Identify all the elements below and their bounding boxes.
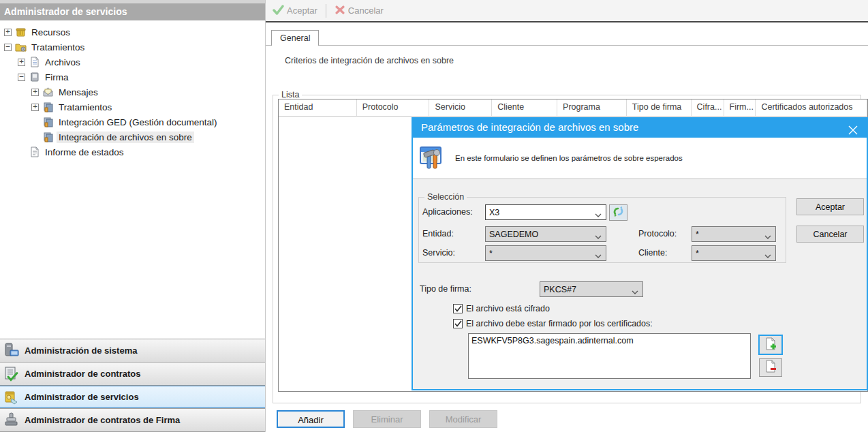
cliente-label: Cliente:: [638, 248, 667, 258]
add-document-icon: [764, 337, 777, 353]
contracts-icon: [2, 365, 20, 383]
aplicaciones-label: Aplicaciones:: [422, 207, 473, 217]
envelope-parameters-dialog: Parámetros de integración de archivos en…: [412, 117, 868, 390]
signature-contracts-icon: [2, 411, 20, 429]
accept-toolbar-label: Aceptar: [287, 5, 317, 16]
cancel-x-icon: [335, 5, 345, 17]
tipo-firma-label: Tipo de firma:: [420, 284, 471, 294]
add-certificate-button[interactable]: [758, 335, 783, 355]
cifrado-checkbox-label: El archivo está cifrado: [466, 304, 550, 313]
tree-item-label: Firma: [43, 72, 71, 83]
remove-document-icon: [764, 360, 777, 375]
column-header[interactable]: Programa: [557, 99, 627, 116]
protocolo-combobox[interactable]: *: [692, 226, 776, 242]
delete-button[interactable]: Eliminar: [353, 410, 421, 428]
table-header-row: EntidadProtocoloServicioClienteProgramaT…: [279, 99, 867, 117]
tree-item-label: Integración GED (Gestión documental): [57, 117, 219, 128]
cliente-combobox[interactable]: *: [692, 245, 776, 261]
nav-item[interactable]: Administrador de contratos: [0, 362, 265, 386]
file-icon: [29, 57, 40, 67]
tree-item-label: Integración de archivos en sobre: [57, 132, 194, 143]
modify-button[interactable]: Modificar: [429, 410, 497, 428]
servicio-label: Servicio:: [422, 248, 455, 258]
column-header[interactable]: Servicio: [429, 99, 492, 116]
expander-spacer: [31, 134, 39, 141]
certificate-item[interactable]: ESWKFV5P8G3.sagespain.adinternal.com: [471, 336, 747, 345]
add-button[interactable]: Añadir: [277, 410, 345, 428]
docs-icon: [42, 132, 54, 142]
remove-certificate-button[interactable]: [759, 358, 782, 377]
protocolo-label: Protocolo:: [638, 229, 677, 238]
chevron-down-icon: [764, 251, 771, 261]
servicio-combobox[interactable]: *: [485, 245, 606, 261]
nav-item-label: Administrador de contratos: [25, 369, 140, 379]
app-window: Administrador de servicios +Recursos−Tra…: [0, 0, 868, 432]
collapse-minus-icon[interactable]: −: [4, 44, 12, 51]
nav-item[interactable]: Administración de sistema: [0, 339, 265, 362]
tree-item[interactable]: Informe de estados: [0, 144, 265, 159]
tree-item[interactable]: Integración GED (Gestión documental): [0, 114, 265, 129]
nav-item-label: Administración de sistema: [25, 345, 137, 356]
chevron-down-icon: [595, 211, 602, 220]
envelope-icon: [42, 87, 54, 97]
expand-plus-icon[interactable]: +: [31, 89, 39, 96]
chevron-down-icon: [632, 288, 638, 297]
docs-icon: [42, 102, 54, 112]
service-tree: +Recursos−Tratamientos+Archivos−Firma+Me…: [0, 25, 265, 159]
column-header[interactable]: Protocolo: [357, 99, 430, 116]
tree-item-label: Archivos: [43, 57, 82, 68]
cifrado-checkbox[interactable]: [453, 304, 463, 313]
tree-item-label: Informe de estados: [43, 146, 126, 158]
aplicaciones-combobox[interactable]: X3: [485, 204, 606, 220]
bin-icon: [15, 27, 27, 37]
nav-item[interactable]: Administrador de contratos de Firma: [0, 409, 265, 432]
toolbar-separator: [326, 4, 326, 18]
chevron-down-icon: [595, 232, 602, 242]
chevron-down-icon: [595, 251, 602, 261]
column-header[interactable]: Cifra...: [692, 99, 724, 116]
expand-plus-icon[interactable]: +: [18, 59, 25, 66]
tree-item[interactable]: +Archivos: [0, 55, 265, 70]
module-nav: Administración de sistemaAdministrador d…: [0, 339, 265, 432]
dialog-accept-button[interactable]: Aceptar: [796, 198, 864, 215]
tab-general[interactable]: General: [271, 30, 319, 46]
entidad-combobox[interactable]: SAGEDEMO: [485, 226, 606, 242]
book-icon: [29, 72, 40, 82]
certificates-listbox[interactable]: ESWKFV5P8G3.sagespain.adinternal.com: [468, 333, 751, 379]
column-header[interactable]: Certificados autorizados: [756, 99, 867, 116]
firmado-checkbox-label: El archivo debe estar firmado por los ce…: [466, 319, 653, 328]
cancel-toolbar-button[interactable]: Cancelar: [328, 0, 390, 21]
tree-item-label: Mensajes: [57, 87, 100, 98]
tree-item[interactable]: +Recursos: [0, 25, 265, 40]
tab-panel-border: [266, 45, 868, 46]
collapse-minus-icon[interactable]: −: [18, 74, 25, 81]
column-header[interactable]: Firm...: [724, 99, 756, 116]
column-header[interactable]: Tipo de firma: [627, 99, 692, 116]
accept-toolbar-button[interactable]: Aceptar: [266, 0, 324, 21]
tools-window-icon: [418, 144, 447, 172]
nav-item-label: Administrador de contratos de Firma: [25, 415, 180, 425]
nav-item[interactable]: Administrador de servicios: [0, 386, 265, 409]
dialog-cancel-button[interactable]: Cancelar: [796, 226, 864, 243]
close-icon[interactable]: [848, 122, 858, 133]
refresh-icon: [613, 206, 624, 219]
tree-item[interactable]: +Tratamientos: [0, 99, 265, 114]
tree-item[interactable]: +Mensajes: [0, 84, 265, 99]
expander-spacer: [18, 149, 25, 156]
expander-spacer: [31, 119, 39, 126]
column-header[interactable]: Entidad: [279, 99, 357, 116]
column-header[interactable]: Cliente: [492, 99, 557, 116]
selection-groupbox-label: Selección: [424, 192, 467, 202]
dialog-title: Parámetros de integración de archivos en…: [421, 121, 638, 133]
tipo-firma-combobox[interactable]: PKCS#7: [540, 281, 643, 297]
expand-plus-icon[interactable]: +: [4, 29, 12, 36]
tree-item[interactable]: −Tratamientos: [0, 40, 265, 55]
folder-gear-icon: [15, 42, 27, 52]
refresh-applications-button[interactable]: [609, 204, 627, 221]
tree-item[interactable]: −Firma: [0, 70, 265, 84]
nav-item-label: Administrador de servicios: [25, 392, 139, 402]
expand-plus-icon[interactable]: +: [31, 104, 39, 111]
firmado-checkbox[interactable]: [453, 319, 463, 328]
dialog-header: En este formulario se definen los paráme…: [413, 138, 867, 179]
tree-item[interactable]: Integración de archivos en sobre: [0, 129, 265, 144]
